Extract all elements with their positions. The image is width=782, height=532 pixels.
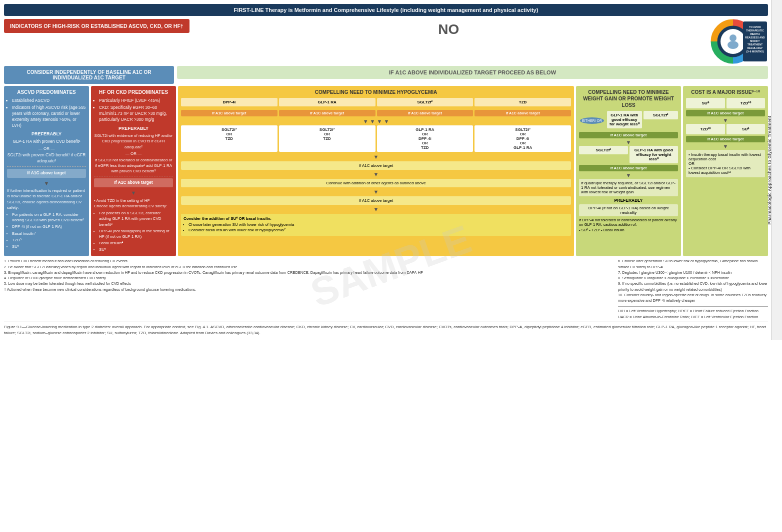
hf-footer-b4: SU⁶: [99, 247, 173, 252]
either-or-badge: EITHER/ OR: [580, 117, 604, 124]
hypo-a1c-above-2: If A1C above target: [181, 161, 571, 170]
weight-last-bullets: • SU⁶ • TZD² • Basal insulin: [579, 228, 678, 232]
cost-arrow1: ▼: [686, 117, 765, 123]
hf-drug1: SGLT2i with evidence of reducing HF and/…: [94, 133, 173, 150]
indicators-box: INDICATORS OF HIGH-RISK OR ESTABLISHED A…: [4, 19, 190, 33]
fn4: 4. Degludec or U100 glargine have demons…: [4, 275, 613, 281]
hypo-su-b1: Choose later generation SU with lower ri…: [188, 222, 568, 227]
hypo-a1c-1: If A1C above target: [181, 110, 278, 116]
weight-a1c-1: If A1C above target: [579, 132, 678, 138]
ascvd-or1: — OR —: [7, 146, 86, 151]
hf-footer-b1: For patients on a SGLT2i, consider addin…: [99, 210, 173, 227]
cost-drug2: TZD¹⁰: [726, 98, 766, 108]
hypo-su-b2: Consider basal insulin with lower risk o…: [188, 228, 568, 232]
abbreviations: LVH = Left Ventricular Hypertrophy; HFrE…: [618, 306, 768, 320]
hf-footer-b3: Basal insulin⁴: [99, 240, 173, 246]
ascvd-a1c-label: If A1C above target: [7, 169, 86, 178]
weight-drug4: GLP-1 RA with good efficacy for weight l…: [630, 146, 678, 163]
ascvd-body: Established ASCVD Indicators of high ASC…: [7, 98, 86, 249]
hypo-combo-3: GLP-1 RA OR DPP-4i OR TZD: [377, 125, 474, 152]
fn-dagger: † Actioned when these become new clinica…: [4, 287, 613, 292]
svg-text:INERTIA: INERTIA: [750, 32, 760, 35]
consider-box: CONSIDER INDEPENDENTLY OF BASELINE A1C O…: [4, 66, 174, 84]
if-a1c-banner: IF A1C ABOVE INDIVIDUALIZED TARGET PROCE…: [177, 66, 768, 79]
circular-diagram: TO AVOID THERAPEUTIC INERTIA REASSESS AN…: [708, 19, 768, 64]
weight-arrow1: ▼: [579, 139, 678, 145]
hf-body: Particularly HFrEF (LVEF <45%) CKD: Spec…: [94, 98, 173, 252]
hf-a1c-label: If A1C above target: [94, 178, 173, 187]
weight-header: COMPELLING NEED TO MINIMIZE WEIGHT GAIN …: [579, 89, 678, 108]
fn9: 9. If no specific comorbidities (i.e. no…: [618, 281, 768, 292]
hf-bullet-2: CKD: Specifically eGFR 30–60 mL/min/1.73…: [99, 105, 173, 123]
svg-text:TREATMENT: TREATMENT: [748, 43, 762, 46]
hypo-drug-dpp4: DPP-4i: [181, 98, 278, 106]
svg-text:(3–6 MONTHS): (3–6 MONTHS): [746, 50, 764, 53]
weight-drug2: SGLT2f²: [644, 111, 678, 119]
hf-footer: • Avoid TZD in the setting of HF Choose …: [94, 198, 173, 209]
ascvd-header: ASCVD PREDOMINATES: [7, 89, 86, 95]
cost-footer: • Insulin therapy basal insulin with low…: [686, 150, 765, 177]
hf-or1: — OR —: [94, 151, 173, 156]
ascvd-footer-b4: TZD⁵: [12, 237, 86, 243]
hypo-drug-glp1: GLP-1 RA: [279, 98, 376, 106]
hf-divider: [94, 176, 173, 176]
hypo-continue: Continue with addition of other agents a…: [181, 179, 571, 187]
col-weight: COMPELLING NEED TO MINIMIZE WEIGHT GAIN …: [576, 86, 681, 256]
weight-arrow2: ▼: [579, 172, 678, 178]
col-hypoglycemia: COMPELLING NEED TO MINIMIZE HYPOGLYCEMIA…: [178, 86, 574, 256]
sidebar-bottom: Pharmacologic Approaches to Glycemic Tre…: [767, 116, 772, 225]
col-ascvd: ASCVD PREDOMINATES Established ASCVD Ind…: [4, 86, 89, 256]
weight-preferably: PREFERABLY: [579, 198, 678, 203]
fn10: 10. Consider country- and region-specifi…: [618, 292, 768, 304]
cost-arrow2: ▼: [686, 143, 765, 149]
hf-arrow: ▼: [94, 189, 173, 197]
cost-header: COST IS A MAJOR ISSUE⁹⁻¹⁰: [686, 89, 765, 95]
weight-if-dpp: If DPP-4i not tolerated or contraindicat…: [579, 218, 678, 227]
hf-footer-b2: DPP-4i (not saxagliptin) in the setting …: [99, 228, 173, 239]
fn2: 2. Be aware that SGLT2i labelling varies…: [4, 264, 613, 270]
col-cost: COST IS A MAJOR ISSUE⁹⁻¹⁰ SU⁶ TZD¹⁰ If A…: [683, 86, 768, 256]
svg-point-2: [730, 34, 736, 41]
hypo-arrow2: ▼: [181, 154, 571, 160]
hypo-a1c-3: If A1C above target: [377, 110, 474, 116]
hf-bullet-1: Particularly HFrEF (LVEF <45%): [99, 98, 173, 104]
hypo-combo-1: SGLT2f² OR TZD: [181, 125, 278, 152]
svg-point-3: [728, 41, 738, 49]
ascvd-bullet-1: Established ASCVD: [12, 98, 86, 104]
hypo-su-basal: Consider the addition of SU⁶ OR basal in…: [181, 214, 571, 236]
notes-left: 1. Proven CVD benefit means it has label…: [4, 258, 613, 320]
ascvd-footer: If further intensification is required o…: [7, 188, 86, 210]
hypo-drug-sglt2: SGLT2f²: [377, 98, 474, 106]
ascvd-footer-b1: For patients on a GLP-1 RA, consider add…: [12, 212, 86, 223]
hypo-a1c-2: If A1C above target: [279, 110, 376, 116]
figure-caption: Figure 9.1—Glucose-lowering medication i…: [4, 322, 768, 336]
hypo-arrow1: ▼ ▼ ▼ ▼: [181, 118, 571, 124]
hypo-combo-2: SGLT2f² OR TZD: [279, 125, 376, 152]
col-hf-ckd: HF OR CKD PREDOMINATES Particularly HFrE…: [91, 86, 176, 256]
fn8: 8. Semaglutide > liraglutide > dulagluti…: [618, 275, 768, 281]
hypo-arrow4: ▼: [181, 189, 571, 195]
ascvd-footer-b3: Basal insulin⁴: [12, 231, 86, 236]
hypo-arrow3: ▼: [181, 171, 571, 177]
fn7: 7. Degludec / glargine U300 < glargine U…: [618, 270, 768, 275]
header-banner: FIRST-LINE Therapy is Metformin and Comp…: [4, 4, 768, 16]
cost-a1c-1: If A1C above target: [686, 110, 765, 116]
cost-a1c-2: If A1C above target: [686, 136, 765, 142]
hypo-combo-4: SGLT2f² OR DPP-4i OR GLP-1 RA: [474, 125, 571, 152]
svg-text:REASSESS AND: REASSESS AND: [745, 36, 765, 39]
ascvd-footer-b2: DPP-4i (if not on GLP-1 RA): [12, 224, 86, 229]
fn5: 5. Low dose may be better tolerated thou…: [4, 281, 613, 286]
svg-text:TO AVOID: TO AVOID: [749, 25, 761, 28]
ascvd-drug2: SGLT2i with proven CVD benefit¹ if eGFR …: [7, 152, 86, 164]
weight-preferably-drug: DPP-4i (if not on GLP-1 RA) based on wei…: [579, 204, 678, 216]
cost-drug4: SU⁶: [726, 124, 766, 134]
weight-footer: If quadruple therapy required, or SGLT2i…: [579, 179, 678, 196]
hypo-drug-tzd: TZD: [474, 98, 571, 106]
fn6: 6. Choose later generation SU to lower r…: [618, 258, 768, 270]
ascvd-bullet-2: Indicators of high ASCVD risk (age ≥55 y…: [12, 105, 86, 129]
hypo-a1c-4: If A1C above target: [474, 110, 571, 116]
cost-drug1: SU⁶: [686, 98, 725, 108]
ascvd-arrow: ▼: [7, 180, 86, 187]
weight-a1c-2: If A1C above target: [579, 165, 678, 171]
cost-drug3: TZD¹⁰: [686, 124, 725, 134]
